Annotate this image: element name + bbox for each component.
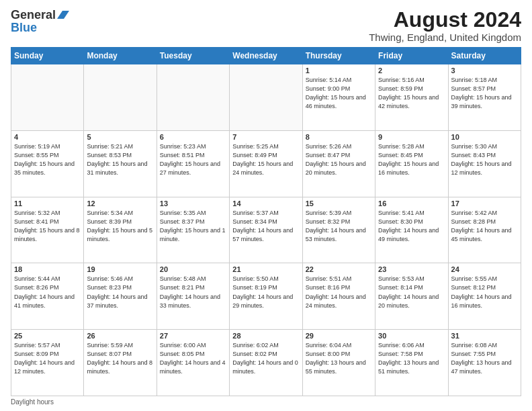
sunset-text: Sunset: 8:05 PM	[160, 351, 205, 357]
day-cell: 18Sunrise: 5:44 AMSunset: 8:26 PMDayligh…	[11, 263, 84, 330]
sunset-text: Sunset: 8:21 PM	[160, 284, 205, 291]
day-number: 31	[451, 332, 518, 340]
sunrise-text: Sunrise: 6:02 AM	[232, 342, 279, 349]
day-info: Sunrise: 6:08 AMSunset: 7:55 PMDaylight:…	[451, 341, 518, 376]
sunset-text: Sunset: 8:14 PM	[378, 284, 423, 291]
daylight-text: Daylight: 14 hours and 4 minutes.	[160, 359, 226, 375]
day-number: 3	[451, 66, 518, 75]
day-number: 2	[378, 66, 445, 75]
daylight-text: Daylight: 15 hours and 42 minutes.	[378, 94, 439, 109]
sunset-text: Sunset: 8:49 PM	[232, 152, 277, 158]
sunset-text: Sunset: 8:53 PM	[87, 152, 132, 158]
sunrise-text: Sunrise: 5:25 AM	[232, 143, 279, 150]
title-block: August 2024 Thwing, England, United King…	[369, 8, 521, 43]
day-number: 30	[378, 332, 445, 340]
day-info: Sunrise: 5:34 AMSunset: 8:39 PMDaylight:…	[87, 209, 153, 244]
subtitle: Thwing, England, United Kingdom	[369, 32, 521, 43]
day-cell: 23Sunrise: 5:53 AMSunset: 8:14 PMDayligh…	[375, 263, 448, 330]
logo-general-text: General	[11, 8, 56, 22]
day-number: 13	[160, 199, 226, 208]
day-info: Sunrise: 5:23 AMSunset: 8:51 PMDaylight:…	[160, 142, 226, 177]
week-row-1: 1Sunrise: 5:14 AMSunset: 9:00 PMDaylight…	[11, 64, 521, 131]
col-header-wednesday: Wednesday	[230, 48, 302, 64]
day-cell: 22Sunrise: 5:51 AMSunset: 8:16 PMDayligh…	[302, 263, 375, 330]
day-info: Sunrise: 6:00 AMSunset: 8:05 PMDaylight:…	[160, 341, 226, 376]
daylight-text: Daylight: 15 hours and 27 minutes.	[160, 161, 220, 176]
daylight-text: Daylight: 15 hours and 20 minutes.	[306, 161, 366, 176]
daylight-text: Daylight: 14 hours and 29 minutes.	[232, 293, 293, 309]
day-info: Sunrise: 5:44 AMSunset: 8:26 PMDaylight:…	[14, 275, 81, 310]
logo: General Blue	[11, 8, 69, 35]
day-number: 4	[14, 133, 81, 141]
day-number: 9	[378, 133, 445, 141]
daylight-text: Daylight: 13 hours and 51 minutes.	[378, 359, 439, 375]
day-number: 15	[306, 199, 372, 208]
sunrise-text: Sunrise: 5:51 AM	[306, 275, 352, 282]
sunrise-text: Sunrise: 5:50 AM	[232, 275, 279, 282]
svg-marker-0	[57, 11, 69, 19]
day-cell: 10Sunrise: 5:30 AMSunset: 8:43 PMDayligh…	[448, 130, 521, 197]
week-row-2: 4Sunrise: 5:19 AMSunset: 8:55 PMDaylight…	[11, 130, 521, 197]
day-number: 6	[160, 133, 226, 141]
day-info: Sunrise: 5:57 AMSunset: 8:09 PMDaylight:…	[14, 341, 81, 376]
day-info: Sunrise: 5:59 AMSunset: 8:07 PMDaylight:…	[87, 341, 153, 376]
header: General Blue August 2024 Thwing, England…	[11, 8, 521, 43]
day-info: Sunrise: 6:02 AMSunset: 8:02 PMDaylight:…	[232, 341, 299, 376]
day-number: 12	[87, 199, 153, 208]
daylight-text: Daylight: 14 hours and 49 minutes.	[378, 227, 439, 242]
logo-blue-text: Blue	[11, 21, 37, 35]
day-info: Sunrise: 5:35 AMSunset: 8:37 PMDaylight:…	[160, 209, 226, 244]
sunset-text: Sunset: 8:30 PM	[378, 218, 423, 225]
sunset-text: Sunset: 7:58 PM	[378, 351, 423, 357]
sunrise-text: Sunrise: 5:53 AM	[378, 275, 425, 282]
sunrise-text: Sunrise: 6:00 AM	[160, 342, 206, 349]
day-cell: 27Sunrise: 6:00 AMSunset: 8:05 PMDayligh…	[157, 330, 229, 396]
day-number: 1	[306, 66, 372, 75]
sunrise-text: Sunrise: 6:04 AM	[306, 342, 352, 349]
day-number: 28	[232, 332, 299, 340]
daylight-text: Daylight: 15 hours and 1 minute.	[160, 227, 226, 242]
day-cell: 13Sunrise: 5:35 AMSunset: 8:37 PMDayligh…	[157, 197, 229, 263]
day-number: 17	[451, 199, 518, 208]
daylight-text: Daylight: 14 hours and 53 minutes.	[306, 227, 366, 242]
day-cell: 7Sunrise: 5:25 AMSunset: 8:49 PMDaylight…	[230, 130, 302, 197]
day-cell	[84, 64, 157, 131]
day-info: Sunrise: 5:51 AMSunset: 8:16 PMDaylight:…	[306, 275, 372, 310]
sunrise-text: Sunrise: 5:30 AM	[451, 143, 498, 150]
sunrise-text: Sunrise: 5:48 AM	[160, 275, 206, 282]
sunset-text: Sunset: 8:12 PM	[451, 284, 496, 291]
day-cell: 1Sunrise: 5:14 AMSunset: 9:00 PMDaylight…	[302, 64, 375, 131]
daylight-text: Daylight: 14 hours and 8 minutes.	[87, 359, 152, 375]
sunset-text: Sunset: 8:37 PM	[160, 218, 205, 225]
main-title: August 2024	[369, 8, 521, 32]
daylight-text: Daylight: 15 hours and 16 minutes.	[378, 161, 439, 176]
day-cell: 20Sunrise: 5:48 AMSunset: 8:21 PMDayligh…	[157, 263, 229, 330]
daylight-text: Daylight: 14 hours and 33 minutes.	[160, 293, 220, 309]
day-number: 24	[451, 265, 518, 273]
daylight-text: Daylight: 14 hours and 16 minutes.	[451, 293, 512, 309]
daylight-hours-label: Daylight hours	[11, 398, 54, 406]
week-row-4: 18Sunrise: 5:44 AMSunset: 8:26 PMDayligh…	[11, 263, 521, 330]
day-info: Sunrise: 5:50 AMSunset: 8:19 PMDaylight:…	[232, 275, 299, 310]
page: General Blue August 2024 Thwing, England…	[0, 0, 532, 411]
day-number: 26	[87, 332, 153, 340]
daylight-text: Daylight: 14 hours and 20 minutes.	[378, 293, 439, 309]
day-cell: 5Sunrise: 5:21 AMSunset: 8:53 PMDaylight…	[84, 130, 157, 197]
sunset-text: Sunset: 7:55 PM	[451, 351, 496, 357]
sunrise-text: Sunrise: 5:23 AM	[160, 143, 206, 150]
day-number: 27	[160, 332, 226, 340]
sunrise-text: Sunrise: 5:57 AM	[14, 342, 60, 349]
day-info: Sunrise: 5:46 AMSunset: 8:23 PMDaylight:…	[87, 275, 153, 310]
day-cell: 4Sunrise: 5:19 AMSunset: 8:55 PMDaylight…	[11, 130, 84, 197]
day-info: Sunrise: 5:37 AMSunset: 8:34 PMDaylight:…	[232, 209, 299, 244]
day-cell: 31Sunrise: 6:08 AMSunset: 7:55 PMDayligh…	[448, 330, 521, 396]
day-info: Sunrise: 5:28 AMSunset: 8:45 PMDaylight:…	[378, 142, 445, 177]
sunrise-text: Sunrise: 6:06 AM	[378, 342, 425, 349]
footer-note: Daylight hours	[11, 398, 521, 406]
sunset-text: Sunset: 8:55 PM	[14, 152, 59, 158]
day-info: Sunrise: 5:16 AMSunset: 8:59 PMDaylight:…	[378, 76, 445, 111]
day-cell	[11, 64, 84, 131]
sunset-text: Sunset: 8:47 PM	[306, 152, 351, 158]
daylight-text: Daylight: 15 hours and 35 minutes.	[14, 161, 75, 176]
sunset-text: Sunset: 8:07 PM	[87, 351, 132, 357]
